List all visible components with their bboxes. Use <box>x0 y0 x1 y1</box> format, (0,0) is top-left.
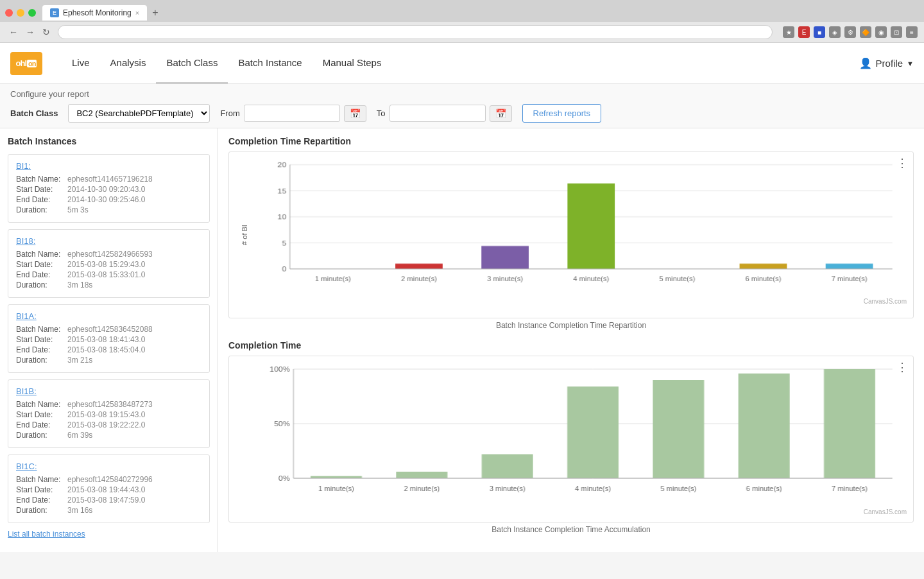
nav-batch-class[interactable]: Batch Class <box>156 43 228 84</box>
chart2-section: Completion Time ⋮ CanvasJS.com Batch Ins… <box>228 340 914 534</box>
main-content: Batch Instances BI1: Batch Name: ephesof… <box>0 128 924 552</box>
from-date-input[interactable] <box>244 105 340 122</box>
start-date-value: 2015-03-08 18:41:43.0 <box>67 335 145 344</box>
chart1-canvas <box>261 159 907 293</box>
batch-instances-title: Batch Instances <box>8 136 210 146</box>
chart1-credit: CanvasJS.com <box>261 298 907 305</box>
ext-icon-6[interactable]: ◉ <box>875 26 887 38</box>
duration-value: 6m 39s <box>67 431 92 440</box>
batch-item-id[interactable]: BI1B: <box>16 386 201 396</box>
chart2-credit: CanvasJS.com <box>261 508 907 515</box>
chart2-subtitle: Batch Instance Completion Time Accumulat… <box>228 525 914 534</box>
chart1-subtitle: Batch Instance Completion Time Repartiti… <box>228 321 914 330</box>
ext-icon-7[interactable]: ⊡ <box>891 26 902 38</box>
bookmark-icon[interactable]: ★ <box>783 26 794 38</box>
batch-item: BI1: Batch Name: ephesoft1414657196218 S… <box>8 154 210 223</box>
batch-item-id[interactable]: BI18: <box>16 236 201 246</box>
batch-name-label: Batch Name: <box>16 475 67 484</box>
tab-close-btn[interactable]: × <box>135 9 139 17</box>
maximize-window-btn[interactable] <box>28 9 36 17</box>
browser-toolbar-icons: ★ E ■ ◈ ⚙ 🔶 ◉ ⊡ ≡ <box>783 26 918 38</box>
chart2-canvas <box>261 363 907 504</box>
batch-item-id[interactable]: BI1C: <box>16 462 201 471</box>
nav-live[interactable]: Live <box>62 43 100 84</box>
profile-chevron: ▼ <box>907 60 914 67</box>
nav-batch-instance[interactable]: Batch Instance <box>228 43 312 84</box>
nav-manual-steps[interactable]: Manual Steps <box>312 43 392 84</box>
batch-name-value: ephesoft1425838487273 <box>67 400 153 409</box>
end-date-label: End Date: <box>16 195 67 204</box>
nav-arrows: ← → ↻ <box>6 26 53 39</box>
start-date-value: 2015-03-08 19:15:43.0 <box>67 410 145 419</box>
nav-analysis[interactable]: Analysis <box>100 43 157 84</box>
batch-name-label: Batch Name: <box>16 400 67 409</box>
batch-class-label: Batch Class <box>10 108 58 118</box>
to-label: To <box>377 108 386 118</box>
from-calendar-btn[interactable]: 📅 <box>344 105 366 122</box>
ext-icon-2[interactable]: ■ <box>814 26 825 38</box>
browser-chrome: E Ephesoft Monitoring × + ← → ↻ localhos… <box>0 0 924 43</box>
new-tab-btn[interactable]: + <box>147 4 163 22</box>
chart1-section: Completion Time Repartition ⋮ # of BI Ca… <box>228 136 914 330</box>
to-date-input[interactable] <box>389 105 486 122</box>
end-date-value: 2015-03-08 19:47:59.0 <box>67 496 145 505</box>
duration-value: 3m 18s <box>67 281 92 290</box>
duration-label: Duration: <box>16 506 67 515</box>
start-date-value: 2015-03-08 15:29:43.0 <box>67 260 145 269</box>
reload-btn[interactable]: ↻ <box>40 26 53 39</box>
logo: ohlon <box>10 52 42 75</box>
window-controls <box>5 9 36 17</box>
app: ohlon Live Analysis Batch Class Batch In… <box>0 43 924 552</box>
start-date-label: Start Date: <box>16 185 67 194</box>
end-date-label: End Date: <box>16 496 67 505</box>
back-btn[interactable]: ← <box>6 26 21 39</box>
batch-item: BI1B: Batch Name: ephesoft1425838487273 … <box>8 379 210 448</box>
batch-name-label: Batch Name: <box>16 250 67 259</box>
ext-icon-4[interactable]: ⚙ <box>844 26 856 38</box>
list-all-link[interactable]: List all batch instances <box>8 530 210 539</box>
forward-btn[interactable]: → <box>23 26 37 39</box>
chart1-container: ⋮ # of BI CanvasJS.com <box>228 151 914 318</box>
address-bar: ← → ↻ localhost:18080/ohlon/batchclass ★… <box>0 22 924 42</box>
config-bar: Configure your report Batch Class BC2 (S… <box>0 84 924 128</box>
batch-item-id[interactable]: BI1A: <box>16 311 201 321</box>
address-input[interactable]: localhost:18080/ohlon/batchclass <box>58 25 773 39</box>
profile-dropdown[interactable]: 👤 Profile ▼ <box>859 57 914 69</box>
profile-label: Profile <box>876 58 903 69</box>
close-window-btn[interactable] <box>5 9 13 17</box>
start-date-label: Start Date: <box>16 485 67 494</box>
chart1-more-btn[interactable]: ⋮ <box>896 156 908 170</box>
main-nav: Live Analysis Batch Class Batch Instance… <box>62 43 859 84</box>
tab-favicon: E <box>50 8 59 17</box>
chart2-container: ⋮ CanvasJS.com <box>228 356 914 523</box>
active-tab[interactable]: E Ephesoft Monitoring × <box>42 5 147 21</box>
ext-icon-5[interactable]: 🔶 <box>860 26 871 38</box>
config-title: Configure your report <box>10 89 914 99</box>
batch-name-value: ephesoft1425840272996 <box>67 475 153 484</box>
batch-class-select[interactable]: BC2 (SearchablePDFTemplate) <box>68 104 210 123</box>
menu-btn[interactable]: ≡ <box>906 26 918 38</box>
batch-item: BI1A: Batch Name: ephesoft1425836452088 … <box>8 304 210 373</box>
start-date-label: Start Date: <box>16 335 67 344</box>
tab-title: Ephesoft Monitoring <box>63 8 132 17</box>
ext-icon-1[interactable]: E <box>798 26 810 38</box>
start-date-value: 2015-03-08 19:44:43.0 <box>67 485 145 494</box>
end-date-value: 2015-03-08 18:45:04.0 <box>67 345 145 354</box>
chart1-title: Completion Time Repartition <box>228 136 914 146</box>
top-nav: ohlon Live Analysis Batch Class Batch In… <box>0 43 924 84</box>
minimize-window-btn[interactable] <box>17 9 24 17</box>
batch-name-value: ephesoft1414657196218 <box>67 175 153 184</box>
ext-icon-3[interactable]: ◈ <box>829 26 841 38</box>
config-row: Batch Class BC2 (SearchablePDFTemplate) … <box>10 104 914 123</box>
batch-item-id[interactable]: BI1: <box>16 161 201 171</box>
duration-value: 3m 21s <box>67 356 92 365</box>
duration-label: Duration: <box>16 356 67 365</box>
duration-label: Duration: <box>16 205 67 214</box>
logo-box: ohlon <box>10 52 42 75</box>
refresh-reports-button[interactable]: Refresh reports <box>522 104 602 123</box>
left-panel: Batch Instances BI1: Batch Name: ephesof… <box>0 128 218 552</box>
chart2-more-btn[interactable]: ⋮ <box>896 360 908 374</box>
chart1-y-label: # of BI <box>241 225 248 245</box>
to-calendar-btn[interactable]: 📅 <box>490 105 512 122</box>
batch-name-value: ephesoft1425824966593 <box>67 250 153 259</box>
